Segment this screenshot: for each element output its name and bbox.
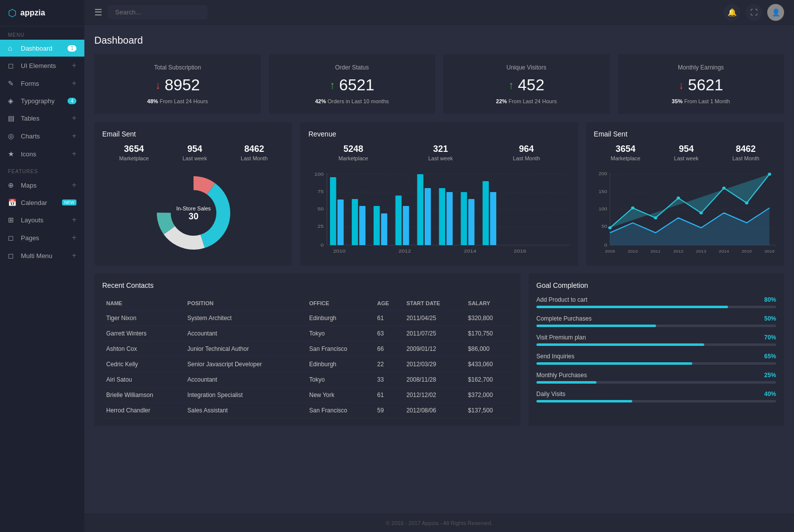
- icons-icon: ★: [8, 150, 17, 158]
- table-row[interactable]: Airi SatouAccountantTokyo332008/11/28$16…: [102, 372, 513, 388]
- notification-button[interactable]: 🔔: [724, 4, 740, 21]
- svg-point-47: [608, 226, 611, 229]
- table-cell: 2011/07/25: [402, 326, 464, 341]
- sidebar-item-icons[interactable]: ★ Icons +: [0, 145, 84, 163]
- sidebar-item-pages[interactable]: ◻ Pages +: [0, 229, 84, 247]
- page-content: Dashboard Total Subscription ↓ 8952 48% …: [84, 25, 794, 514]
- sidebar-item-maps[interactable]: ⊕ Maps +: [0, 176, 84, 194]
- email-sent-left-stats: 3654 Marketplace 954 Last week 8462 Last…: [102, 144, 284, 161]
- stat-card-subscription: Total Subscription ↓ 8952 48% From Last …: [94, 54, 261, 114]
- stat-value: 3654: [611, 144, 641, 154]
- chart-stat: 954 Last week: [183, 144, 207, 161]
- sidebar-item-layouts[interactable]: ⊞ Layouts +: [0, 211, 84, 229]
- table-cell: 61: [373, 311, 402, 326]
- sidebar-item-ui-elements[interactable]: ◻ UI Elements +: [0, 57, 84, 74]
- svg-point-51: [699, 211, 703, 214]
- goal-bar-fill: [536, 362, 692, 365]
- table-cell: 33: [373, 372, 402, 388]
- table-cell: Herrod Chandler: [102, 403, 184, 418]
- pages-icon: ◻: [8, 234, 17, 242]
- fullscreen-button[interactable]: ⛶: [745, 4, 762, 21]
- table-row[interactable]: Cedric KellySenior Javascript DeveloperE…: [102, 357, 513, 372]
- dashboard-icon: ⌂: [8, 44, 17, 52]
- revenue-title: Revenue: [308, 130, 570, 138]
- table-cell: Airi Satou: [102, 372, 184, 388]
- table-cell: Ashton Cox: [102, 341, 184, 357]
- svg-point-49: [654, 216, 657, 219]
- search-input[interactable]: [108, 5, 207, 19]
- sidebar-item-label: Forms: [21, 80, 72, 87]
- table-body: Tiger NixonSystem ArchitectEdinburgh6120…: [102, 311, 513, 418]
- svg-text:25: 25: [318, 224, 324, 229]
- chart-stat: 5248 Marketplace: [338, 144, 368, 161]
- goal-item-label: Monthly Purchases: [536, 372, 587, 379]
- goal-item: Monthly Purchases 25%: [536, 372, 776, 384]
- svg-rect-27: [461, 192, 467, 245]
- goal-bar-bg: [536, 343, 776, 346]
- sidebar-logo[interactable]: ⬡ appzia: [0, 0, 84, 26]
- table-row[interactable]: Ashton CoxJunior Technical AuthorSan Fra…: [102, 341, 513, 357]
- table-cell: 66: [373, 341, 402, 357]
- svg-text:2014: 2014: [719, 249, 729, 254]
- stat-card-sub: 42% Orders in Last 10 months: [279, 98, 426, 104]
- chart-stat: 8462 Last Month: [732, 144, 759, 161]
- svg-rect-18: [359, 206, 366, 245]
- goal-item-label: Send Inquiries: [536, 353, 575, 360]
- svg-text:100: 100: [598, 206, 607, 211]
- goal-item-label: Complete Purchases: [536, 315, 592, 322]
- sidebar-item-dashboard[interactable]: ⌂ Dashboard 1: [0, 40, 84, 57]
- stat-label: Last week: [183, 155, 207, 161]
- hamburger-button[interactable]: ☰: [94, 7, 102, 18]
- bar-chart: 100 75 50 25 0: [308, 168, 570, 258]
- stat-value: 8462: [732, 144, 759, 154]
- table-row[interactable]: Garrett WintersAccountantTokyo632011/07/…: [102, 326, 513, 341]
- goal-bar-bg: [536, 362, 776, 365]
- col-salary: Salary: [464, 296, 513, 311]
- table-cell: 61: [373, 388, 402, 403]
- svg-text:100: 100: [315, 172, 324, 177]
- recent-contacts-title: Recent Contacts: [102, 281, 513, 289]
- goal-bar-bg: [536, 381, 776, 384]
- logo-icon: ⬡: [8, 7, 16, 19]
- goal-item: Add Product to cart 80%: [536, 296, 776, 308]
- goal-item-header: Daily Visits 40%: [536, 391, 776, 398]
- table-cell: Tokyo: [305, 326, 373, 341]
- sidebar-item-multi-menu[interactable]: ◻ Multi Menu +: [0, 247, 84, 265]
- sidebar-item-label: Multi Menu: [21, 252, 72, 260]
- svg-point-53: [745, 201, 748, 204]
- sidebar-item-tables[interactable]: ▤ Tables +: [0, 109, 84, 127]
- svg-point-52: [722, 187, 726, 190]
- plus-icon: +: [72, 233, 76, 242]
- sidebar-item-forms[interactable]: ✎ Forms +: [0, 74, 84, 92]
- avatar-button[interactable]: 👤: [767, 4, 784, 21]
- svg-text:2016: 2016: [514, 249, 527, 254]
- table-row[interactable]: Herrod ChandlerSales AssistantSan Franci…: [102, 403, 513, 418]
- sidebar-item-typography[interactable]: ◈ Typography 4: [0, 92, 84, 109]
- avatar-icon: 👤: [772, 8, 780, 16]
- sidebar-item-label: Icons: [21, 150, 72, 158]
- table-row[interactable]: Tiger NixonSystem ArchitectEdinburgh6120…: [102, 311, 513, 326]
- goal-item-label: Visit Premium plan: [536, 334, 586, 341]
- plus-icon: +: [72, 61, 76, 70]
- stat-value: 321: [428, 144, 453, 154]
- svg-rect-30: [490, 192, 497, 245]
- sidebar-item-label: Layouts: [21, 216, 72, 224]
- svg-marker-46: [610, 174, 769, 228]
- col-age: Age: [373, 296, 402, 311]
- line-chart-svg: 200 150 100 50 0: [594, 168, 776, 258]
- sidebar-item-charts[interactable]: ◎ Charts +: [0, 127, 84, 145]
- table-cell: 2012/12/02: [402, 388, 464, 403]
- donut-value: 30: [189, 211, 198, 221]
- donut-chart: In-Store Sales 30: [102, 168, 284, 258]
- footer-text: © 2016 - 2017 Appzia - All Rights Reserv…: [386, 520, 493, 526]
- sidebar-item-label: Pages: [21, 234, 72, 242]
- stat-label: Last Month: [732, 155, 759, 161]
- stat-label: Last Month: [241, 155, 267, 161]
- table-header-row: Name Position Office Age Start date Sala…: [102, 296, 513, 311]
- typography-icon: ◈: [8, 97, 17, 105]
- multi-menu-icon: ◻: [8, 252, 17, 260]
- table-cell: Edinburgh: [305, 311, 373, 326]
- sidebar-item-calendar[interactable]: 📅 Calendar NEW: [0, 194, 84, 211]
- table-cell: Tokyo: [305, 372, 373, 388]
- table-row[interactable]: Brielle WilliamsonIntegration Specialist…: [102, 388, 513, 403]
